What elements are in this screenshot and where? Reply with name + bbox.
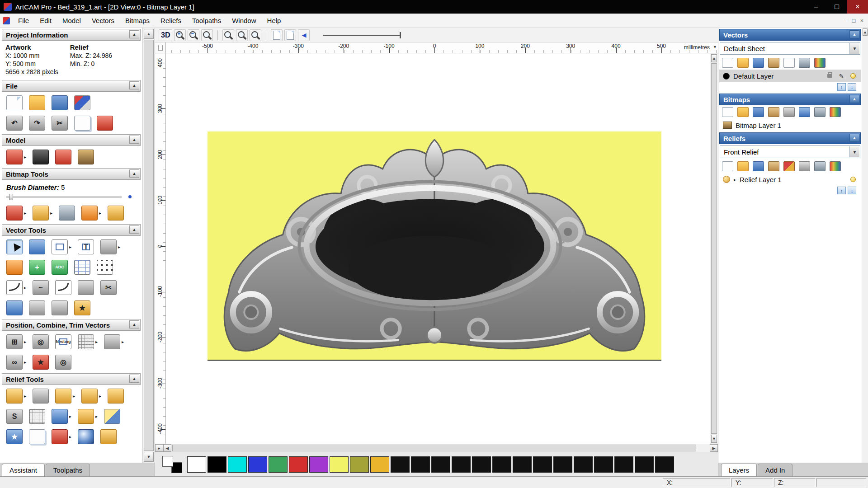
print-model-icon[interactable] — [74, 95, 90, 110]
scroll-thumb[interactable] — [172, 445, 696, 451]
new-relief-layer-icon[interactable] — [722, 161, 733, 171]
free-form-curve-icon[interactable]: ~ — [33, 280, 49, 295]
flyout-arrow-icon[interactable]: ▸ — [73, 394, 75, 399]
child-close-button[interactable]: × — [860, 17, 863, 24]
new-vector-layer-icon[interactable] — [722, 58, 733, 68]
flood-fill-icon[interactable] — [108, 206, 124, 221]
import-relief-icon[interactable] — [768, 161, 779, 171]
colour-swatch[interactable] — [492, 456, 511, 473]
collapse-relief-tools-button[interactable]: ▲ — [129, 375, 139, 383]
cut-icon[interactable]: ✂ — [52, 116, 68, 131]
wrap-vectors-icon[interactable] — [6, 300, 23, 315]
create-polyline-icon[interactable]: + — [29, 260, 45, 275]
scale-relief-icon[interactable] — [799, 161, 810, 171]
colour-swatch[interactable] — [370, 456, 389, 473]
scroll-down-button[interactable]: ▼ — [711, 435, 717, 443]
vector-doctor-icon[interactable] — [6, 260, 23, 275]
relief-select[interactable]: Front Relief ▼ — [720, 145, 860, 158]
tab-add-in[interactable]: Add In — [758, 464, 793, 476]
move-layer-up-button[interactable]: ↑ — [837, 83, 846, 91]
colour-swatch[interactable] — [208, 456, 226, 473]
colour-swatch[interactable] — [655, 456, 674, 473]
flyout-arrow-icon[interactable]: ▸ — [95, 339, 98, 344]
move-layer-down-button[interactable]: ↓ — [848, 83, 856, 91]
tab-assistant[interactable]: Assistant — [2, 464, 45, 476]
colour-swatch[interactable] — [472, 456, 491, 473]
weld-vectors-icon[interactable]: ∞ — [6, 355, 23, 370]
scroll-up-button[interactable]: ▲ — [711, 54, 717, 62]
bitmap-layer-row[interactable]: Bitmap Layer 1 — [719, 119, 861, 131]
create-text-icon[interactable]: T — [78, 239, 94, 254]
palette-icon[interactable] — [81, 206, 98, 221]
vector-layer-row[interactable]: Default Layer ✎ — [719, 70, 861, 82]
collapse-file-button[interactable]: ▲ — [129, 81, 139, 89]
block-array-icon[interactable] — [78, 334, 94, 349]
model-sheet[interactable] — [208, 131, 661, 361]
bitmap-to-vector-icon[interactable] — [799, 107, 810, 117]
colour-swatch[interactable] — [452, 456, 471, 473]
save-bitmap-layer-icon[interactable] — [753, 107, 764, 117]
move-layer-down-button[interactable]: ↓ — [848, 187, 856, 194]
copy-rotate-icon[interactable] — [104, 334, 120, 349]
view-slider[interactable] — [323, 35, 400, 36]
colour-picker-icon[interactable] — [59, 206, 75, 221]
text-block-icon[interactable]: ABC — [52, 260, 68, 275]
texture-relief-icon[interactable] — [29, 409, 45, 424]
colour-swatch[interactable] — [411, 456, 430, 473]
colour-swatch[interactable] — [391, 456, 410, 473]
collapse-vector-tools-button[interactable]: ▲ — [129, 225, 139, 234]
greyscale-bitmap-icon[interactable] — [783, 107, 795, 117]
delete-vector-layer-icon[interactable] — [799, 58, 810, 68]
dropdown-arrow-icon[interactable]: ▼ — [849, 146, 859, 157]
colour-swatch[interactable] — [574, 456, 593, 473]
colour-swatch[interactable] — [553, 456, 572, 473]
create-rectangle-icon[interactable] — [52, 239, 68, 254]
flyout-arrow-icon[interactable]: ▸ — [99, 211, 101, 216]
sheet-select[interactable]: Default Sheet ▼ — [720, 42, 860, 55]
flyout-arrow-icon[interactable]: ▸ — [69, 434, 71, 439]
open-model-icon[interactable] — [29, 95, 45, 110]
star-relief-icon[interactable]: ★ — [6, 429, 23, 444]
magic-wand-icon[interactable]: ★ — [74, 300, 90, 315]
canvas-vertical-scrollbar[interactable]: ▲ ▼ — [710, 53, 718, 444]
tab-layers[interactable]: Layers — [721, 464, 757, 476]
colour-swatch[interactable] — [350, 456, 369, 473]
colour-swatch[interactable] — [330, 456, 349, 473]
trim-group-icon[interactable]: ★ — [33, 355, 49, 370]
relief-layer-row[interactable]: ▸ Relief Layer 1 — [719, 173, 861, 186]
new-bitmap-layer-icon[interactable] — [722, 107, 733, 117]
flyout-arrow-icon[interactable]: ▸ — [24, 394, 26, 399]
snapshot-view-button[interactable] — [271, 29, 283, 41]
edit-layer-icon[interactable]: ✎ — [837, 72, 845, 80]
flyout-arrow-icon[interactable]: ▸ — [50, 211, 52, 216]
zoom-previous-button[interactable] — [250, 29, 261, 41]
zoom-fit-button[interactable] — [236, 29, 248, 41]
menu-vectors[interactable]: Vectors — [86, 14, 120, 27]
child-window-menu-icon[interactable] — [3, 17, 10, 24]
array-copy-icon[interactable] — [97, 260, 113, 275]
measure-icon[interactable] — [100, 239, 117, 254]
scroll-right-button[interactable]: ▶ — [710, 444, 718, 452]
dropdown-arrow-icon[interactable]: ▼ — [849, 43, 859, 54]
previous-view-button[interactable]: ◀ — [298, 29, 310, 41]
paste-icon[interactable] — [97, 116, 113, 131]
delete-bitmap-layer-icon[interactable] — [814, 107, 826, 117]
save-relief-layer-icon[interactable] — [753, 161, 764, 171]
fit-curve-icon[interactable] — [6, 280, 23, 295]
sculpting-icon[interactable] — [55, 150, 71, 164]
paste-relief-icon[interactable] — [29, 429, 45, 444]
colour-swatch[interactable] — [614, 456, 633, 473]
flyout-arrow-icon[interactable]: ▸ — [69, 244, 71, 249]
colour-swatch[interactable] — [248, 456, 267, 473]
zoom-in-button[interactable]: + — [174, 29, 186, 41]
offset-relief-icon[interactable] — [100, 429, 117, 444]
menu-help[interactable]: Help — [262, 14, 287, 27]
new-sheet-icon[interactable] — [783, 58, 795, 68]
collapse-project-info-button[interactable]: ▲ — [129, 30, 139, 38]
save-model-icon[interactable] — [52, 95, 68, 110]
canvas-horizontal-scrollbar[interactable]: ▸ ◀ ▶ — [155, 444, 718, 452]
mirror-relief-icon[interactable] — [78, 429, 94, 444]
sculpt-relief-icon[interactable]: S — [6, 409, 23, 424]
collapse-position-button[interactable]: ▲ — [129, 320, 139, 328]
calculate-relief-icon[interactable] — [783, 161, 795, 171]
